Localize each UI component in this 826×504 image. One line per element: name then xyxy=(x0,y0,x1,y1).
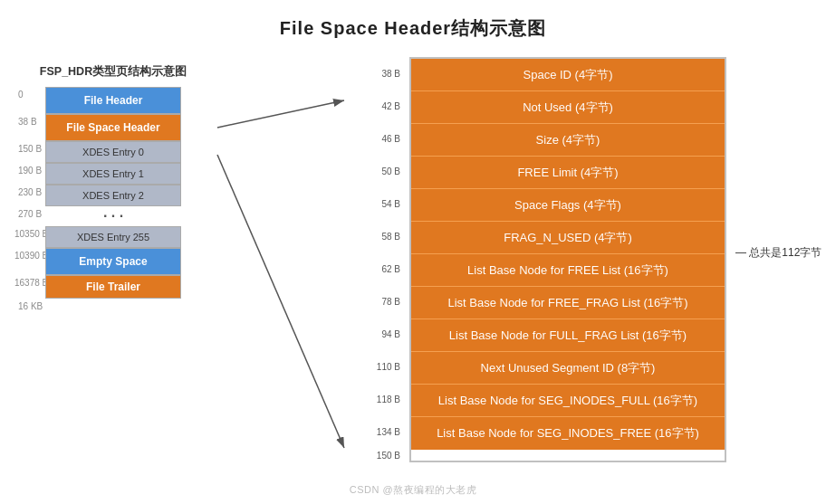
orange-row-3: FREE Limit (4字节) xyxy=(411,157,725,189)
orange-row-8: List Base Node for FULL_FRAG List (16字节) xyxy=(411,319,725,352)
orange-row-9: Next Unused Segment ID (8字节) xyxy=(411,352,725,385)
orange-row-0: Space ID (4字节) xyxy=(411,59,725,91)
offset-label-1: 42 B xyxy=(381,90,404,122)
orange-row-7: List Base Node for FREE_FRAG List (16字节) xyxy=(411,287,725,319)
watermark: CSDN @熬夜编程的大老虎 xyxy=(350,483,476,497)
offset-label-last: 150 B xyxy=(377,448,404,462)
offset-270b: 270 B xyxy=(18,209,42,219)
block-file-trailer: File Trailer xyxy=(45,275,181,299)
orange-row-11: List Base Node for SEG_INODES_FREE (16字节… xyxy=(411,417,725,450)
offset-label-3: 50 B xyxy=(381,155,404,187)
svg-line-1 xyxy=(217,100,344,128)
orange-row-2: Size (4字节) xyxy=(411,124,725,157)
block-file-header: File Header xyxy=(45,87,181,114)
orange-row-5: FRAG_N_USED (4字节) xyxy=(411,222,725,254)
page: File Space Header结构示意图 FSP_HDR类型页结构示意图 0… xyxy=(0,0,826,504)
offset-label-4: 54 B xyxy=(381,187,404,220)
offset-230b: 230 B xyxy=(18,187,42,197)
right-diagram: 38 B42 B46 B50 B54 B58 B62 B78 B94 B110 … xyxy=(371,57,808,462)
orange-row-1: Not Used (4字节) xyxy=(411,91,725,124)
offset-38b: 38 B xyxy=(18,117,37,127)
offset-16kb: 16 KB xyxy=(18,301,43,311)
svg-line-2 xyxy=(217,155,344,448)
total-label: — 总共是112字节 xyxy=(735,245,821,261)
block-xdes-0: XDES Entry 0 xyxy=(45,141,181,163)
main-title: File Space Header结构示意图 xyxy=(18,16,808,41)
offset-label-11: 134 B xyxy=(377,415,404,448)
offset-label-8: 94 B xyxy=(381,318,404,350)
offset-10390b: 10390 B xyxy=(14,251,48,261)
left-title: FSP_HDR类型页结构示意图 xyxy=(18,64,208,80)
right-label-area: — 总共是112字节 xyxy=(726,57,808,448)
offset-label-9: 110 B xyxy=(377,350,404,383)
offset-label-10: 118 B xyxy=(377,383,404,415)
block-dots: · · · xyxy=(45,206,181,226)
offset-label-2: 46 B xyxy=(381,122,404,155)
orange-row-6: List Base Node for FREE List (16字节) xyxy=(411,254,725,287)
left-diagram: FSP_HDR类型页结构示意图 0 File Header 38 B File … xyxy=(18,64,208,299)
offset-label-0: 38 B xyxy=(381,57,404,90)
block-xdes-255: XDES Entry 255 xyxy=(45,226,181,248)
block-xdes-1: XDES Entry 1 xyxy=(45,163,181,185)
offset-labels: 38 B42 B46 B50 B54 B58 B62 B78 B94 B110 … xyxy=(371,57,409,462)
offset-label-6: 62 B xyxy=(381,252,404,285)
block-xdes-2: XDES Entry 2 xyxy=(45,185,181,206)
content-area: FSP_HDR类型页结构示意图 0 File Header 38 B File … xyxy=(18,57,808,468)
block-empty-space: Empty Space xyxy=(45,248,181,275)
orange-row-10: List Base Node for SEG_INODES_FULL (16字节… xyxy=(411,385,725,417)
rows-section: 38 B42 B46 B50 B54 B58 B62 B78 B94 B110 … xyxy=(371,57,808,462)
offset-label-5: 58 B xyxy=(381,220,404,252)
arrow-svg xyxy=(208,84,371,464)
offset-0: 0 xyxy=(18,90,24,100)
block-file-space-header: File Space Header xyxy=(45,114,181,141)
arrow-area xyxy=(208,84,371,468)
offset-10350b: 10350 B xyxy=(14,229,48,239)
offset-150b: 150 B xyxy=(18,144,42,154)
offset-190b: 190 B xyxy=(18,166,42,176)
orange-row-4: Space Flags (4字节) xyxy=(411,189,725,222)
offset-16378b: 16378 B xyxy=(14,278,48,288)
orange-blocks: Space ID (4字节)Not Used (4字节)Size (4字节)FR… xyxy=(409,57,726,462)
offset-label-7: 78 B xyxy=(381,285,404,318)
